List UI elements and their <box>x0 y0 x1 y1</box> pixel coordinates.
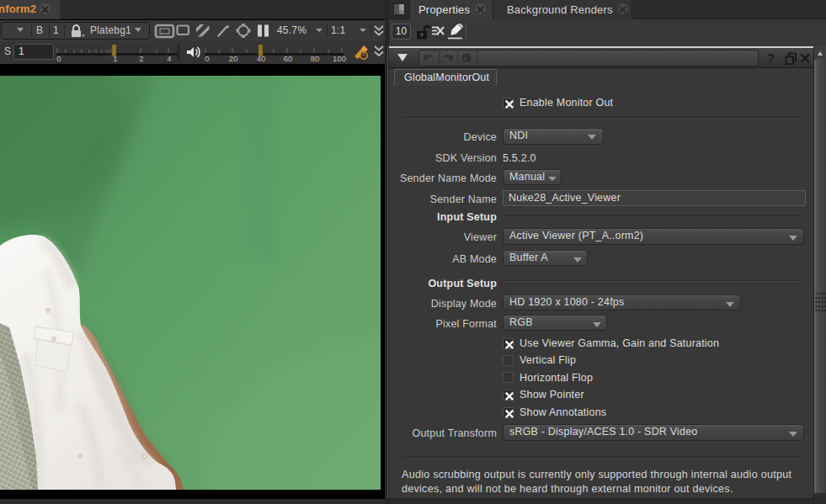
svg-text:1: 1 <box>113 54 117 63</box>
svg-text:0: 0 <box>205 54 209 63</box>
svg-text:40: 40 <box>257 54 266 63</box>
svg-text:20: 20 <box>229 54 238 63</box>
svg-text:60: 60 <box>284 54 293 63</box>
svg-text:0: 0 <box>56 54 61 63</box>
svg-text:80: 80 <box>311 54 320 63</box>
svg-text:100: 100 <box>333 54 346 63</box>
svg-text:2: 2 <box>139 54 143 63</box>
svg-text:4: 4 <box>167 54 171 63</box>
